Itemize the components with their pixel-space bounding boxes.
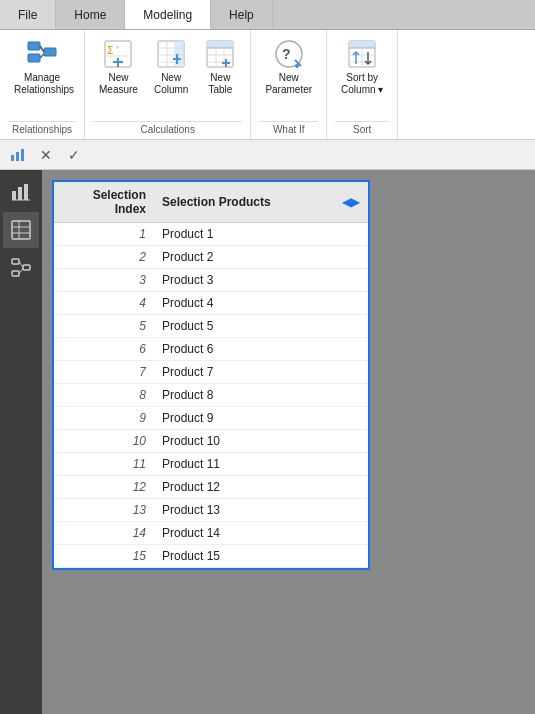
manage-relationships-button[interactable]: ManageRelationships [8,34,76,100]
svg-rect-48 [12,221,30,239]
svg-text:?: ? [282,46,291,62]
tab-help-label: Help [229,8,254,22]
bar-chart-icon [10,181,32,203]
cell-product-11: Product 11 [154,453,368,476]
svg-line-56 [19,269,23,274]
cell-product-9: Product 9 [154,407,368,430]
new-column-button[interactable]: NewColumn [148,34,194,100]
table-row: 7 Product 7 [54,361,368,384]
table-row: 12 Product 12 [54,476,368,499]
cell-product-5: Product 5 [154,315,368,338]
cell-index-8: 8 [54,384,154,407]
new-parameter-icon: ? [273,38,305,70]
cell-product-10: Product 10 [154,430,368,453]
cancel-label: ✕ [40,147,52,163]
data-table: Selection Index Selection Products ◀▶ 1 … [54,182,368,568]
svg-rect-42 [16,152,19,161]
tab-file[interactable]: File [0,0,56,29]
cell-product-14: Product 14 [154,522,368,545]
sort-by-column-icon [346,38,378,70]
svg-rect-41 [11,155,14,161]
cell-product-3: Product 3 [154,269,368,292]
tab-help[interactable]: Help [211,0,273,29]
new-measure-label: NewMeasure [99,72,138,96]
new-parameter-button[interactable]: ? NewParameter [259,34,318,100]
table-row: 1 Product 1 [54,223,368,246]
tab-modeling[interactable]: Modeling [125,0,211,29]
new-table-label: NewTable [208,72,232,96]
svg-rect-52 [12,259,19,264]
table-row: 15 Product 15 [54,545,368,568]
cell-product-13: Product 13 [154,499,368,522]
confirm-button[interactable]: ✓ [64,145,84,165]
svg-text:*: * [116,45,119,52]
tab-home[interactable]: Home [56,0,125,29]
formula-input[interactable] [92,148,527,162]
table-row: 4 Product 4 [54,292,368,315]
relationships-group-label: Relationships [8,121,76,139]
cell-index-10: 10 [54,430,154,453]
cell-product-12: Product 12 [154,476,368,499]
new-measure-button[interactable]: ∑ * NewMeasure [93,34,144,100]
new-measure-icon: ∑ * [102,38,134,70]
new-parameter-label: NewParameter [265,72,312,96]
sort-by-column-label: Sort byColumn ▾ [341,72,383,96]
cell-index-1: 1 [54,223,154,246]
data-table-wrapper: Selection Index Selection Products ◀▶ 1 … [52,180,370,570]
svg-rect-54 [23,265,30,270]
main-area: Selection Index Selection Products ◀▶ 1 … [0,170,535,714]
table-row: 5 Product 5 [54,315,368,338]
ribbon-group-whatif-items: ? NewParameter [259,34,318,121]
cell-product-8: Product 8 [154,384,368,407]
cell-index-5: 5 [54,315,154,338]
table-row: 10 Product 10 [54,430,368,453]
ribbon-group-calculations: ∑ * NewMeasure [85,30,251,139]
manage-relationships-icon [26,38,58,70]
cell-index-6: 6 [54,338,154,361]
table-row: 9 Product 9 [54,407,368,430]
cell-product-7: Product 7 [154,361,368,384]
sidebar [0,170,42,714]
ribbon: ManageRelationships Relationships ∑ * [0,30,535,140]
svg-line-55 [19,262,23,268]
table-body: 1 Product 1 2 Product 2 3 Product 3 4 Pr… [54,223,368,568]
svg-line-4 [40,54,44,58]
svg-line-3 [40,46,44,52]
cancel-button[interactable]: ✕ [36,145,56,165]
svg-text:∑: ∑ [107,44,113,54]
new-table-icon [204,38,236,70]
resize-handle-icon[interactable]: ◀▶ [342,195,360,209]
cell-index-9: 9 [54,407,154,430]
table-row: 8 Product 8 [54,384,368,407]
cell-index-7: 7 [54,361,154,384]
sidebar-item-barchart[interactable] [3,174,39,210]
cell-index-11: 11 [54,453,154,476]
header-selection-index: Selection Index [54,182,154,223]
bar-chart-small-icon [8,145,28,165]
sidebar-item-diagram[interactable] [3,250,39,286]
cell-product-6: Product 6 [154,338,368,361]
cell-product-4: Product 4 [154,292,368,315]
ribbon-group-whatif: ? NewParameter What If [251,30,327,139]
svg-rect-43 [21,149,24,161]
svg-rect-45 [18,187,22,200]
svg-rect-20 [207,41,233,48]
svg-rect-0 [28,42,40,50]
svg-rect-46 [24,184,28,200]
new-column-icon [155,38,187,70]
table-area: Selection Index Selection Products ◀▶ 1 … [42,170,535,714]
ribbon-group-relationships: ManageRelationships Relationships [0,30,85,139]
ribbon-group-relationships-items: ManageRelationships [8,34,76,121]
sidebar-item-table[interactable] [3,212,39,248]
sort-by-column-button[interactable]: Sort byColumn ▾ [335,34,389,100]
diagram-icon [10,257,32,279]
cell-product-1: Product 1 [154,223,368,246]
new-table-button[interactable]: NewTable [198,34,242,100]
formula-bar: ✕ ✓ [0,140,535,170]
header-selection-products: Selection Products ◀▶ [154,182,368,223]
table-header-row: Selection Index Selection Products ◀▶ [54,182,368,223]
tab-file-label: File [18,8,37,22]
svg-rect-53 [12,271,19,276]
sort-group-label: Sort [335,121,389,139]
cell-product-2: Product 2 [154,246,368,269]
